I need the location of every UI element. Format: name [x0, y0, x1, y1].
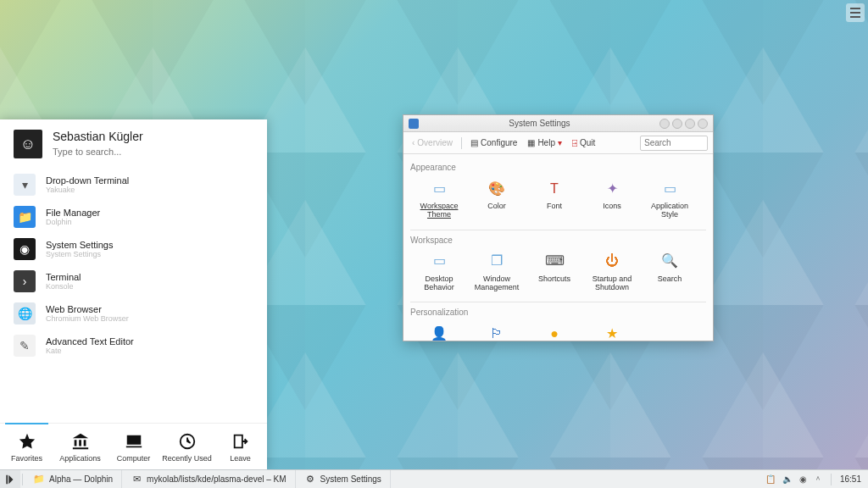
- favorite-subtitle: System Settings: [46, 250, 113, 258]
- launcher-tab-favorites[interactable]: Favorites: [0, 424, 53, 469]
- section-header: Personalization: [410, 308, 706, 317]
- applications-icon: ★: [600, 324, 624, 341]
- favorite-subtitle: Chromium Web Browser: [46, 314, 129, 323]
- workspace-theme-icon: ▭: [427, 179, 451, 199]
- settings-item-workspace-theme[interactable]: ▭Workspace Theme: [410, 175, 468, 223]
- settings-content: Appearance▭Workspace Theme🎨ColorTFont✦Ic…: [403, 154, 713, 341]
- settings-item-regional-settings[interactable]: 🏳Regional Settings: [468, 320, 526, 341]
- volume-tray-icon[interactable]: 🔈: [782, 474, 793, 484]
- favorite-item[interactable]: ◉ System Settings System Settings: [0, 233, 267, 265]
- favorite-title: Terminal: [46, 272, 81, 282]
- quit-button[interactable]: ⍈ Quit: [569, 136, 598, 149]
- settings-item-label: Window Management: [470, 274, 524, 292]
- settings-item-account-details[interactable]: 👤Account Details: [410, 320, 468, 341]
- settings-item-label: Color: [470, 202, 524, 210]
- help-icon: ▦: [527, 138, 535, 147]
- globe-icon: 🌐: [14, 302, 36, 324]
- window-mgmt-icon: ❐: [485, 252, 509, 272]
- window-close-button[interactable]: [698, 119, 708, 129]
- notification-icon: ●: [542, 324, 566, 341]
- task-label: mykolab/lists/kde/plasma-devel – KM: [147, 474, 287, 484]
- launcher-tab-label: Recently Used: [162, 454, 212, 463]
- panel-menu-button[interactable]: [846, 3, 865, 22]
- launcher-tab-applications[interactable]: Applications: [53, 424, 107, 469]
- settings-item-search[interactable]: 🔍Search: [641, 248, 698, 296]
- window-maximize-button[interactable]: [685, 119, 695, 129]
- settings-item-label: Shortcuts: [527, 274, 581, 283]
- launcher-tab-leave[interactable]: Leave: [214, 424, 267, 469]
- window-minimize-button[interactable]: [672, 119, 682, 129]
- folder-icon: 📁: [14, 206, 36, 228]
- settings-item-label: Application Style: [643, 202, 697, 219]
- terminal-dropdown-icon: ▾: [14, 174, 36, 196]
- settings-item-desktop-behavior[interactable]: ▭Desktop Behavior: [410, 248, 468, 296]
- toggle-icon: ◉: [14, 238, 36, 260]
- font-icon: T: [542, 179, 566, 199]
- favorite-title: Advanced Text Editor: [46, 336, 134, 347]
- application-launcher: ☺ Sebastian Kügler ▾ Drop-down Terminal …: [0, 119, 267, 469]
- favorite-item[interactable]: 🌐 Web Browser Chromium Web Browser: [0, 297, 267, 330]
- titlebar[interactable]: System Settings: [403, 115, 713, 132]
- taskbar: 📁Alpha — Dolphin✉mykolab/lists/kde/plasm…: [0, 469, 868, 488]
- color-icon: 🎨: [485, 179, 509, 199]
- kickoff-button[interactable]: [0, 470, 20, 489]
- avatar[interactable]: ☺: [14, 130, 42, 158]
- settings-item-font[interactable]: TFont: [526, 175, 583, 223]
- network-tray-icon[interactable]: ◉: [799, 474, 807, 484]
- mail-icon: ✉: [131, 474, 142, 485]
- launcher-tab-computer[interactable]: Computer: [107, 424, 160, 469]
- help-button[interactable]: ▦ Help ▾: [524, 136, 565, 149]
- settings-item-color[interactable]: 🎨Color: [468, 175, 526, 223]
- favorite-item[interactable]: ✎ Advanced Text Editor Kate: [0, 330, 267, 362]
- settings-icon: ⚙: [304, 474, 316, 485]
- account-icon: 👤: [427, 324, 451, 341]
- star-icon: [18, 432, 36, 451]
- task-label: System Settings: [320, 474, 381, 484]
- editor-icon: ✎: [14, 335, 36, 357]
- settings-item-label: Startup and Shutdown: [585, 274, 639, 292]
- institution-icon: [71, 432, 90, 451]
- settings-item-label: Font: [527, 202, 581, 210]
- launcher-tab-recently-used[interactable]: Recently Used: [160, 424, 214, 469]
- launcher-tabs: FavoritesApplicationsComputerRecently Us…: [0, 423, 267, 469]
- favorite-item[interactable]: ▾ Drop-down Terminal Yakuake: [0, 169, 267, 201]
- settings-item-label: Icons: [585, 202, 639, 210]
- clock[interactable]: 16:51: [833, 474, 868, 484]
- launcher-tab-label: Computer: [117, 454, 151, 463]
- terminal-icon: ›: [14, 270, 36, 292]
- taskbar-task[interactable]: ⚙System Settings: [296, 470, 391, 488]
- settings-item-icons[interactable]: ✦Icons: [583, 175, 641, 223]
- search-input[interactable]: [53, 147, 253, 157]
- shortcuts-icon: ⌨: [542, 252, 566, 272]
- settings-item-window-management[interactable]: ❐Window Management: [468, 248, 526, 296]
- chevron-left-icon: ‹: [412, 138, 415, 147]
- configure-icon: ▤: [470, 138, 478, 147]
- taskbar-task[interactable]: ✉mykolab/lists/kde/plasma-devel – KM: [122, 470, 296, 488]
- settings-item-applications[interactable]: ★Applications: [583, 320, 641, 341]
- settings-item-shortcuts[interactable]: ⌨Shortcuts: [526, 248, 583, 296]
- launcher-tab-label: Leave: [230, 454, 251, 463]
- settings-item-application-style[interactable]: ▭Application Style: [641, 175, 698, 223]
- system-settings-window: System Settings ‹ Overview ▤ Configure ▦…: [403, 114, 714, 341]
- favorite-item[interactable]: › Terminal Konsole: [0, 265, 267, 297]
- taskbar-task[interactable]: 📁Alpha — Dolphin: [25, 470, 122, 488]
- section-header: Workspace: [410, 236, 706, 245]
- favorite-title: File Manager: [46, 208, 100, 218]
- window-help-button[interactable]: [659, 119, 670, 129]
- settings-search-input[interactable]: [640, 136, 708, 151]
- tray-expand-icon[interactable]: ＾: [814, 474, 822, 485]
- settings-item-notification[interactable]: ●Notification: [526, 320, 583, 341]
- app-style-icon: ▭: [658, 179, 682, 199]
- overview-button[interactable]: ‹ Overview: [409, 136, 456, 149]
- configure-button[interactable]: ▤ Configure: [467, 136, 520, 149]
- task-label: Alpha — Dolphin: [49, 474, 113, 484]
- settings-item-label: Desktop Behavior: [412, 274, 466, 292]
- settings-item-label: Search: [643, 274, 697, 283]
- clipboard-tray-icon[interactable]: 📋: [765, 474, 776, 484]
- favorite-title: System Settings: [46, 240, 113, 250]
- favorite-item[interactable]: 📁 File Manager Dolphin: [0, 201, 267, 233]
- settings-item-startup-and-shutdown[interactable]: ⏻Startup and Shutdown: [583, 248, 641, 296]
- favorite-subtitle: Kate: [46, 347, 134, 355]
- regional-icon: 🏳: [485, 324, 509, 341]
- startup-icon: ⏻: [600, 252, 624, 272]
